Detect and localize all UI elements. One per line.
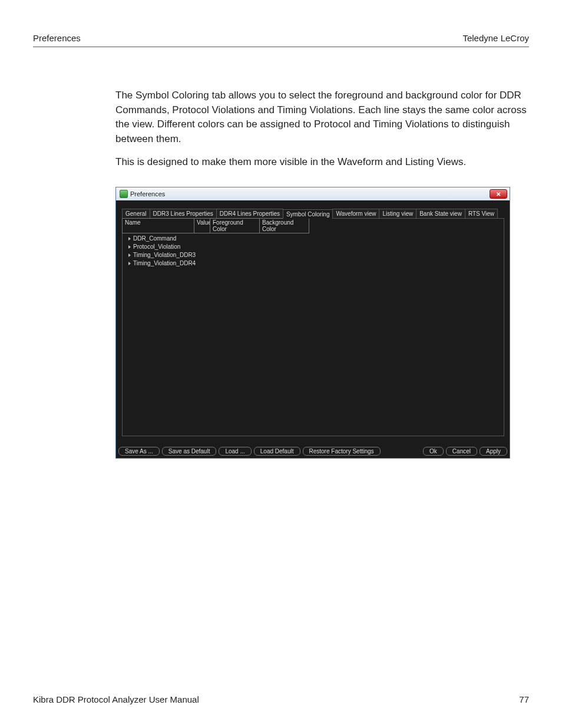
tab-waveform-view[interactable]: Waveform view bbox=[332, 209, 379, 218]
symbol-coloring-grid: Name Value Foreground Color Background C… bbox=[122, 218, 504, 436]
chevron-right-icon bbox=[128, 262, 131, 265]
tab-ddr3-lines[interactable]: DDR3 Lines Properties bbox=[150, 209, 217, 218]
tree-item-protocol-violation[interactable]: Protocol_Violation bbox=[128, 243, 504, 251]
ok-button[interactable]: Ok bbox=[423, 447, 444, 456]
page-header: Preferences Teledyne LeCroy bbox=[33, 33, 529, 47]
load-button[interactable]: Load ... bbox=[219, 447, 251, 456]
chevron-right-icon bbox=[128, 253, 131, 257]
preferences-dialog-screenshot: Preferences ✕ General DDR3 Lines Propert… bbox=[115, 187, 510, 459]
column-header-background[interactable]: Background Color bbox=[259, 218, 309, 233]
grid-header-row: Name Value Foreground Color Background C… bbox=[123, 219, 504, 233]
cancel-button[interactable]: Cancel bbox=[446, 447, 477, 456]
chevron-right-icon bbox=[128, 245, 131, 249]
tree-item-label: DDR_Command bbox=[133, 235, 176, 243]
paragraph-1: The Symbol Coloring tab allows you to se… bbox=[115, 88, 528, 147]
tree-item-label: Timing_Violation_DDR4 bbox=[133, 259, 196, 268]
header-left: Preferences bbox=[33, 33, 81, 43]
tree-item-label: Protocol_Violation bbox=[133, 243, 180, 251]
tree-item-ddr-command[interactable]: DDR_Command bbox=[128, 235, 504, 243]
tree-item-label: Timing_Violation_DDR3 bbox=[133, 251, 196, 259]
tab-general[interactable]: General bbox=[122, 209, 150, 218]
dialog-title: Preferences bbox=[130, 190, 490, 197]
page-footer: Kibra DDR Protocol Analyzer User Manual … bbox=[33, 694, 529, 704]
tab-strip: General DDR3 Lines Properties DDR4 Lines… bbox=[122, 209, 504, 218]
tab-symbol-coloring[interactable]: Symbol Coloring bbox=[283, 209, 333, 219]
dialog-titlebar: Preferences ✕ bbox=[116, 187, 510, 200]
footer-left: Kibra DDR Protocol Analyzer User Manual bbox=[33, 694, 199, 704]
column-header-value[interactable]: Value bbox=[194, 218, 210, 233]
header-right: Teledyne LeCroy bbox=[462, 33, 529, 43]
apply-button[interactable]: Apply bbox=[480, 447, 507, 456]
save-as-button[interactable]: Save As ... bbox=[118, 447, 160, 456]
close-icon[interactable]: ✕ bbox=[490, 189, 507, 199]
app-icon bbox=[120, 190, 128, 198]
tab-listing-view[interactable]: Listing view bbox=[379, 209, 416, 218]
body-text: The Symbol Coloring tab allows you to se… bbox=[115, 88, 528, 169]
tree-list: DDR_Command Protocol_Violation Timing_Vi… bbox=[123, 233, 504, 268]
load-default-button[interactable]: Load Default bbox=[254, 447, 300, 456]
tab-ddr4-lines[interactable]: DDR4 Lines Properties bbox=[216, 209, 283, 218]
column-header-foreground[interactable]: Foreground Color bbox=[210, 218, 260, 233]
restore-factory-button[interactable]: Restore Factory Settings bbox=[303, 447, 381, 456]
paragraph-2: This is designed to make them more visib… bbox=[115, 155, 528, 170]
chevron-right-icon bbox=[128, 237, 131, 241]
column-header-name[interactable]: Name bbox=[122, 218, 194, 233]
footer-page-number: 77 bbox=[519, 694, 529, 704]
save-as-default-button[interactable]: Save as Default bbox=[162, 447, 217, 456]
tree-item-timing-violation-ddr3[interactable]: Timing_Violation_DDR3 bbox=[128, 251, 504, 259]
tree-item-timing-violation-ddr4[interactable]: Timing_Violation_DDR4 bbox=[128, 259, 504, 268]
tab-bank-state-view[interactable]: Bank State view bbox=[416, 209, 465, 218]
dialog-button-bar: Save As ... Save as Default Load ... Loa… bbox=[116, 442, 510, 458]
tab-rts-view[interactable]: RTS View bbox=[465, 209, 498, 218]
